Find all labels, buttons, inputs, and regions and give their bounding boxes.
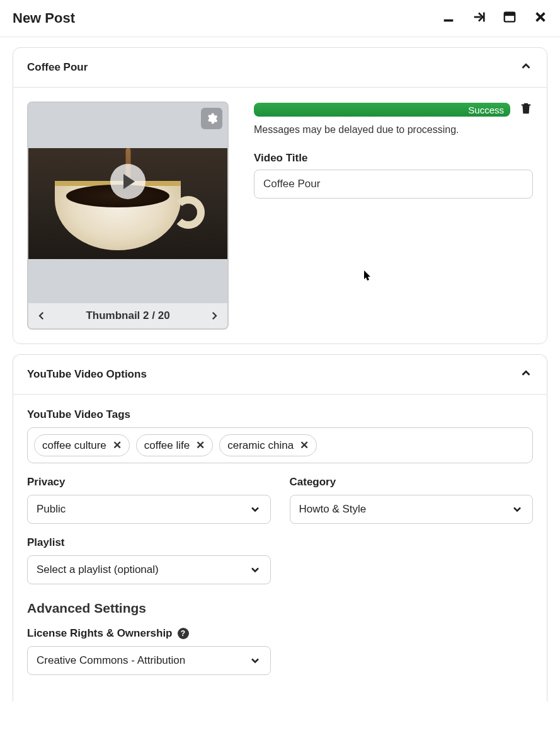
processing-message: Messages may be delayed due to processin… xyxy=(254,124,533,136)
category-select[interactable]: Howto & Style xyxy=(290,495,534,524)
tag-chip: ceramic china ✕ xyxy=(219,434,317,456)
license-label: License Rights & Ownership xyxy=(27,627,173,640)
playlist-label: Playlist xyxy=(27,536,271,549)
category-value: Howto & Style xyxy=(299,503,367,516)
svg-rect-3 xyxy=(505,16,515,21)
privacy-value: Public xyxy=(37,503,66,516)
category-label: Category xyxy=(290,476,534,489)
header-actions xyxy=(442,10,547,26)
playlist-select[interactable]: Select a playlist (optional) xyxy=(27,555,271,584)
thumb-next-button[interactable] xyxy=(209,310,220,321)
dock-right-icon[interactable] xyxy=(472,10,486,26)
thumbnail-filler xyxy=(28,260,227,303)
options-panel: YouTube Video Options YouTube Video Tags… xyxy=(13,354,547,702)
options-panel-header[interactable]: YouTube Video Options xyxy=(13,355,547,395)
trash-icon xyxy=(519,101,533,115)
tag-chip: coffee culture ✕ xyxy=(34,434,130,456)
options-panel-title: YouTube Video Options xyxy=(27,368,147,381)
tag-text: ceramic china xyxy=(227,439,294,452)
video-info-column: Success Messages may be delayed due to p… xyxy=(254,101,533,199)
playlist-value: Select a playlist (optional) xyxy=(37,564,159,576)
chevron-down-icon xyxy=(511,503,523,516)
video-panel: Coffee Pour xyxy=(13,47,547,344)
video-title-input[interactable] xyxy=(254,170,533,199)
video-panel-header[interactable]: Coffee Pour xyxy=(13,48,547,88)
video-panel-title: Coffee Pour xyxy=(27,61,88,74)
upload-progress-bar: Success xyxy=(254,103,510,117)
mouse-cursor xyxy=(364,270,372,282)
close-icon[interactable] xyxy=(534,10,547,26)
video-panel-body: Thumbnail 2 / 20 Success xyxy=(13,88,547,344)
delete-video-button[interactable] xyxy=(519,101,533,118)
tag-text: coffee culture xyxy=(42,439,106,452)
license-value: Creative Commons - Attribution xyxy=(37,654,185,667)
chevron-up-icon xyxy=(519,59,533,76)
thumbnail-card: Thumbnail 2 / 20 xyxy=(27,101,229,330)
tags-input[interactable]: coffee culture ✕ coffee life ✕ ceramic c… xyxy=(27,427,533,463)
gear-icon xyxy=(205,112,218,125)
thumbnail-settings-button[interactable] xyxy=(201,108,222,129)
modal-header: New Post xyxy=(0,0,560,37)
minimize-icon[interactable] xyxy=(442,10,455,26)
privacy-label: Privacy xyxy=(27,476,271,489)
chevron-down-icon xyxy=(249,654,261,667)
advanced-settings-heading: Advanced Settings xyxy=(27,601,533,616)
play-icon[interactable] xyxy=(110,164,146,199)
tags-label: YouTube Video Tags xyxy=(27,408,533,421)
help-icon[interactable]: ? xyxy=(178,628,189,639)
tag-remove-icon[interactable]: ✕ xyxy=(300,439,309,452)
maximize-icon[interactable] xyxy=(502,10,517,26)
thumbnail-column: Thumbnail 2 / 20 xyxy=(27,101,229,330)
modal-title: New Post xyxy=(13,10,75,26)
license-select[interactable]: Creative Commons - Attribution xyxy=(27,646,271,675)
options-panel-body: YouTube Video Tags coffee culture ✕ coff… xyxy=(13,395,547,702)
svg-rect-0 xyxy=(444,20,454,22)
tag-remove-icon[interactable]: ✕ xyxy=(196,439,205,452)
thumbnail-counter: Thumbnail 2 / 20 xyxy=(86,309,169,322)
tag-remove-icon[interactable]: ✕ xyxy=(113,439,122,452)
thumbnail-preview[interactable] xyxy=(28,103,227,260)
thumbnail-nav: Thumbnail 2 / 20 xyxy=(28,303,227,328)
tag-text: coffee life xyxy=(144,439,190,452)
chevron-up-icon xyxy=(519,366,533,383)
chevron-down-icon xyxy=(249,503,261,516)
tag-chip: coffee life ✕ xyxy=(136,434,213,456)
chevron-down-icon xyxy=(249,564,261,576)
video-title-label: Video Title xyxy=(254,152,533,165)
privacy-select[interactable]: Public xyxy=(27,495,271,524)
progress-label: Success xyxy=(468,105,504,115)
thumb-prev-button[interactable] xyxy=(36,310,47,321)
